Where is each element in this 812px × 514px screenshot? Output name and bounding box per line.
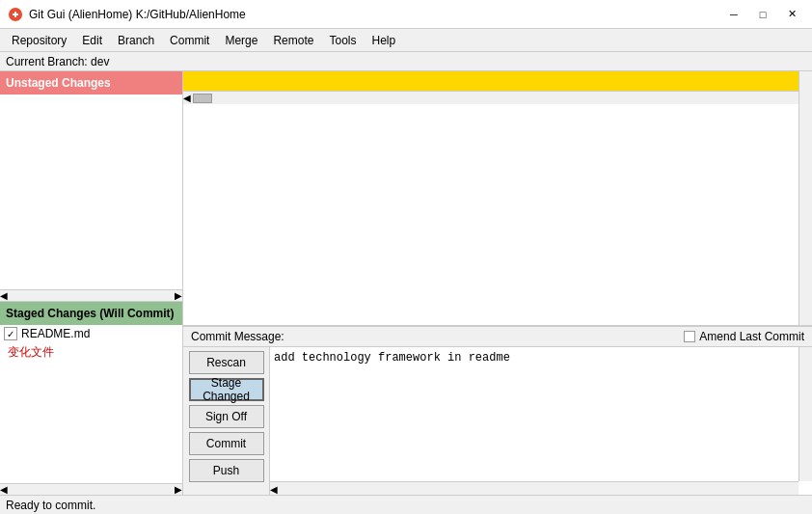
sign-off-button[interactable]: Sign Off [189, 405, 264, 428]
commit-message-label: Commit Message: [191, 330, 284, 343]
diff-area: ◀ ▶ [183, 71, 812, 326]
main-content: Unstaged Changes ◀ ▶ Staged Changes (Wil… [0, 71, 812, 495]
commit-scroll-left[interactable]: ◀ [270, 484, 278, 495]
status-text: Ready to commit. [6, 499, 95, 512]
commit-buttons-panel: Rescan Stage Changed Sign Off Commit Pus… [183, 347, 270, 495]
commit-area: Commit Message: Amend Last Commit Rescan… [183, 326, 812, 495]
unstaged-scrollbar-h[interactable]: ◀ ▶ [0, 289, 182, 301]
commit-message-input[interactable]: add technology framework in readme [270, 347, 812, 495]
close-button[interactable]: ✕ [779, 5, 804, 24]
staged-file-list[interactable]: ✓ README.md 变化文件 [0, 325, 182, 483]
commit-bottom: Rescan Stage Changed Sign Off Commit Pus… [183, 347, 812, 495]
maximize-button[interactable]: □ [750, 5, 775, 24]
push-button[interactable]: Push [189, 459, 264, 482]
diff-scroll-left[interactable]: ◀ [183, 93, 191, 103]
staged-file-name: README.md [21, 327, 90, 340]
staged-scrollbar-h[interactable]: ◀ ▶ [0, 483, 182, 495]
window-title: Git Gui (AlienHome) K:/GitHub/AlienHome [29, 8, 246, 21]
commit-message-header: Commit Message: Amend Last Commit [183, 326, 812, 347]
window-controls: ─ □ ✕ [721, 5, 804, 24]
commit-scrollbar-h[interactable]: ◀ ▶ [270, 481, 798, 495]
menu-repository[interactable]: Repository [4, 30, 74, 51]
staged-header-label: Staged Changes (Will Commit) [6, 307, 175, 320]
scroll-left-arrow[interactable]: ◀ [0, 290, 8, 301]
commit-message-area: add technology framework in readme ◀ ▶ [270, 347, 812, 495]
rescan-button[interactable]: Rescan [189, 351, 264, 374]
diff-header-bar [183, 71, 812, 91]
minimize-button[interactable]: ─ [721, 5, 746, 24]
menu-branch[interactable]: Branch [110, 30, 162, 51]
git-icon [8, 7, 23, 22]
right-panel: ◀ ▶ Commit Message: Amend Last Commit Re… [183, 71, 812, 495]
branch-bar: Current Branch: dev [0, 52, 812, 71]
diff-scrollbar-h[interactable]: ◀ ▶ [183, 91, 812, 104]
unstaged-header-label: Unstaged Changes [6, 76, 111, 90]
commit-button[interactable]: Commit [189, 432, 264, 455]
stage-changed-button[interactable]: Stage Changed [189, 378, 264, 401]
menu-help[interactable]: Help [364, 30, 403, 51]
left-panel: Unstaged Changes ◀ ▶ Staged Changes (Wil… [0, 71, 183, 495]
menu-edit[interactable]: Edit [74, 30, 110, 51]
scroll-right-arrow[interactable]: ▶ [175, 290, 182, 301]
menu-commit[interactable]: Commit [162, 30, 217, 51]
unstaged-section: Unstaged Changes ◀ ▶ [0, 71, 182, 302]
menu-bar: Repository Edit Branch Commit Merge Remo… [0, 29, 812, 52]
amend-checkbox-container[interactable]: Amend Last Commit [684, 330, 804, 343]
amend-label: Amend Last Commit [699, 330, 804, 343]
menu-merge[interactable]: Merge [217, 30, 265, 51]
scroll-right-arrow-2[interactable]: ▶ [175, 484, 182, 495]
menu-tools[interactable]: Tools [321, 30, 364, 51]
diff-hscroll-thumb[interactable] [193, 94, 212, 103]
menu-remote[interactable]: Remote [265, 30, 321, 51]
unstaged-file-list[interactable] [0, 95, 182, 289]
checkmark-icon: ✓ [7, 329, 14, 339]
title-bar-left: Git Gui (AlienHome) K:/GitHub/AlienHome [8, 7, 246, 22]
staged-header: Staged Changes (Will Commit) [0, 302, 182, 325]
current-branch-label: Current Branch: dev [6, 55, 109, 68]
file-checkbox[interactable]: ✓ [4, 327, 17, 340]
scroll-left-arrow-2[interactable]: ◀ [0, 484, 8, 495]
diff-scrollbar-v[interactable] [798, 71, 812, 325]
commit-scrollbar-v[interactable] [798, 347, 812, 481]
title-bar: Git Gui (AlienHome) K:/GitHub/AlienHome … [0, 0, 812, 29]
staged-section: Staged Changes (Will Commit) ✓ README.md… [0, 302, 182, 495]
status-bar: Ready to commit. [0, 495, 812, 514]
staged-file-item[interactable]: ✓ README.md [0, 325, 182, 342]
unstaged-header: Unstaged Changes [0, 71, 182, 95]
amend-checkbox-box[interactable] [684, 331, 695, 342]
staged-hint: 变化文件 [0, 342, 182, 363]
